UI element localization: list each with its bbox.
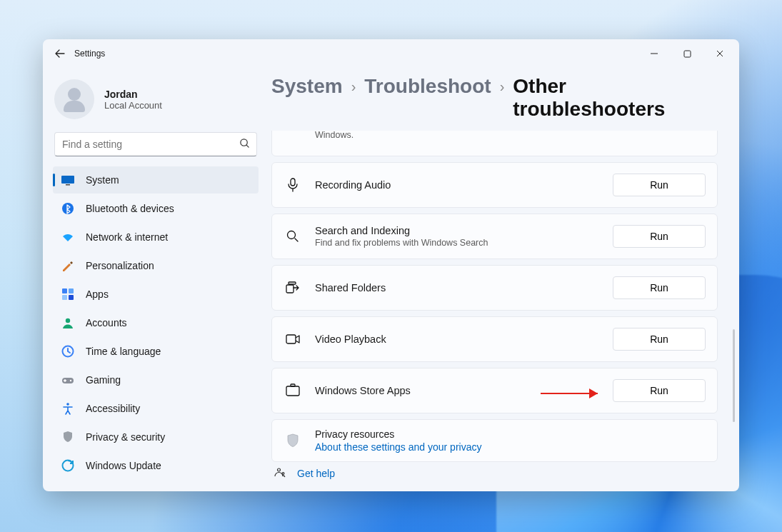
svg-rect-18 [286,285,294,293]
search-icon [284,227,302,246]
svg-point-25 [282,473,284,475]
minimize-icon [650,49,658,58]
chevron-right-icon: › [350,79,358,94]
card-sub: Windows. [315,131,613,140]
troubleshooter-card-truncated: Windows. [271,131,718,156]
svg-point-10 [66,318,70,323]
sidebar-item-accounts[interactable]: Accounts [53,309,259,336]
privacy-resources-card: Privacy resourcesAbout these settings an… [271,419,718,462]
svg-rect-4 [66,184,70,186]
svg-rect-19 [289,282,296,284]
nav-list: SystemBluetooth & devicesNetwork & inter… [53,166,259,479]
run-button[interactable]: Run [613,328,706,351]
maximize-button[interactable] [671,42,703,65]
chevron-right-icon: › [498,79,506,94]
breadcrumb-system[interactable]: System [271,75,343,98]
shared-icon [284,278,302,297]
sidebar-item-label: Privacy & security [86,431,165,443]
svg-rect-22 [291,384,295,386]
svg-rect-7 [69,288,74,293]
svg-point-1 [241,139,247,146]
search-icon [239,138,250,151]
back-button[interactable] [50,44,70,64]
svg-rect-0 [684,51,691,57]
troubleshooter-card: Windows Store AppsRun [271,368,718,413]
placeholder-icon [284,131,302,144]
time-icon [60,343,76,359]
svg-point-13 [70,380,71,381]
sidebar-item-apps[interactable]: Apps [53,281,259,308]
breadcrumb: System › Troubleshoot › Other troublesho… [271,68,718,131]
card-title: Search and Indexing [315,225,613,236]
sidebar-item-windows-update[interactable]: Windows Update [53,452,259,479]
breadcrumb-current: Other troubleshooters [513,75,718,121]
card-title: Privacy resources [315,428,706,440]
svg-rect-16 [291,179,295,186]
system-icon [60,172,76,188]
sidebar-item-label: Bluetooth & devices [86,203,174,214]
bluetooth-icon [60,201,76,216]
accessibility-icon [60,401,76,416]
sidebar-item-network-internet[interactable]: Network & internet [53,224,259,251]
run-button[interactable]: Run [613,379,706,402]
sidebar-item-label: Gaming [86,374,121,386]
sidebar-item-label: Time & language [86,346,161,357]
sidebar-item-label: Accounts [86,317,127,328]
mic-icon [284,176,302,194]
help-bar: Get help [271,461,718,486]
svg-rect-20 [286,335,296,343]
troubleshooter-card: Shared FoldersRun [271,265,718,311]
svg-rect-6 [62,288,67,293]
card-title: Recording Audio [315,179,613,191]
scrollbar[interactable] [733,182,735,427]
minimize-button[interactable] [638,42,671,65]
card-title: Video Playback [315,333,613,345]
sidebar-item-accessibility[interactable]: Accessibility [53,395,259,422]
window-title: Settings [74,49,105,59]
scrollbar-thumb[interactable] [733,329,735,422]
arrow-left-icon [54,48,66,59]
personalization-icon [60,258,76,273]
sidebar-item-label: Personalization [86,260,154,271]
svg-point-14 [66,403,69,406]
user-block[interactable]: Jordan Local Account [53,68,259,129]
troubleshooter-card: Search and IndexingFind and fix problems… [271,214,718,259]
shield-icon [284,431,302,450]
troubleshooters-list: Windows.Recording AudioRunSearch and Ind… [271,131,718,462]
close-icon [716,49,724,58]
run-button[interactable]: Run [613,276,706,299]
sidebar-item-privacy-security[interactable]: Privacy & security [53,423,259,451]
sidebar-item-bluetooth-devices[interactable]: Bluetooth & devices [53,195,259,222]
wifi-icon [60,229,76,245]
svg-point-24 [278,468,281,471]
main-pane: System › Troubleshoot › Other troublesho… [264,68,739,491]
titlebar: Settings [43,39,739,68]
card-title: Shared Folders [315,282,613,293]
sidebar-item-label: Accessibility [86,403,140,414]
search-input[interactable] [54,132,257,156]
privacy-link[interactable]: About these settings and your privacy [315,441,706,453]
sidebar-item-system[interactable]: System [53,166,259,194]
card-sub: Find and fix problems with Windows Searc… [315,238,613,248]
help-icon [271,466,287,481]
breadcrumb-troubleshoot[interactable]: Troubleshoot [364,75,491,98]
sidebar-item-label: System [86,174,119,186]
sidebar-item-personalization[interactable]: Personalization [53,252,259,279]
search-box [54,132,257,156]
get-help-link[interactable]: Get help [297,468,335,479]
card-title: Windows Store Apps [315,385,613,396]
sidebar-item-gaming[interactable]: Gaming [53,366,259,393]
sidebar-item-time-language[interactable]: Time & language [53,338,259,365]
close-button[interactable] [703,42,736,65]
svg-rect-21 [286,386,299,396]
svg-rect-8 [62,295,67,300]
window-controls [638,42,736,65]
video-icon [284,330,302,348]
user-name: Jordan [104,89,162,100]
run-button[interactable]: Run [613,225,706,248]
svg-point-17 [288,231,296,239]
troubleshooter-card: Video PlaybackRun [271,316,718,362]
sidebar-item-label: Network & internet [86,231,168,243]
accounts-icon [60,315,76,331]
run-button[interactable]: Run [613,174,706,196]
